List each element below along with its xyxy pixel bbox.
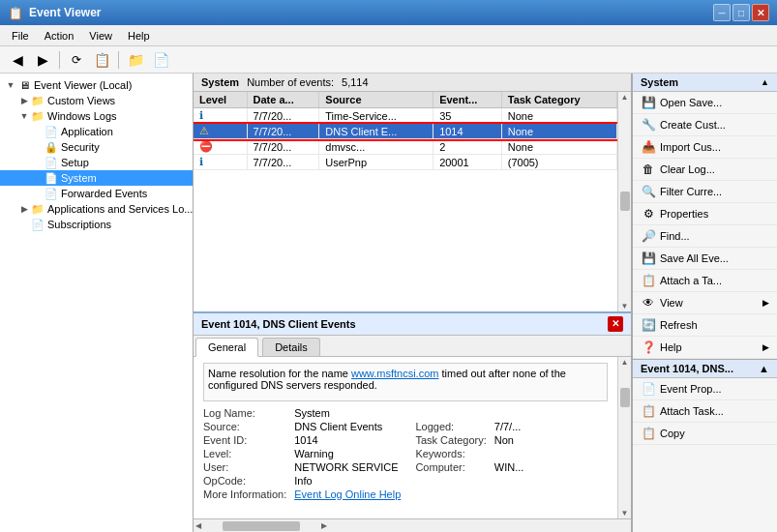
help-arrow: ▶: [762, 342, 769, 352]
tree-item-root[interactable]: ▼ 🖥 Event Viewer (Local): [0, 77, 193, 93]
action-view[interactable]: 👁 View ▶: [633, 292, 777, 314]
actions-section-title-system: System ▲: [633, 74, 777, 92]
menu-bar: File Action View Help: [0, 25, 777, 46]
toolbar-separator-2: [118, 51, 119, 69]
action-open-save[interactable]: 💾 Open Save...: [633, 92, 777, 114]
table-scrollbar[interactable]: ▲ ▼: [617, 92, 631, 311]
close-button[interactable]: ✕: [752, 4, 769, 21]
expand-application: [31, 125, 45, 138]
table-row-selected[interactable]: ⚠ 7/7/20... DNS Client E... 1014 None: [194, 124, 617, 139]
tree-item-security[interactable]: 🔒 Security: [0, 139, 193, 155]
label-level: Level:: [203, 448, 286, 459]
action-refresh-label: Refresh: [660, 319, 698, 331]
tab-general[interactable]: General: [195, 338, 258, 357]
action-find[interactable]: 🔎 Find...: [633, 225, 777, 248]
row-category-3: (7005): [501, 155, 616, 170]
bottom-scroll-thumb: [223, 521, 300, 531]
table-row[interactable]: ⛔ 7/7/20... dmvsc... 2 None: [194, 139, 617, 155]
menu-help[interactable]: Help: [120, 28, 158, 44]
tree-item-appsvc[interactable]: ▶ 📁 Applications and Services Lo...: [0, 201, 193, 217]
row-date-1: 7/7/20...: [247, 124, 319, 139]
col-category[interactable]: Task Category: [501, 92, 616, 108]
label-root: Event Viewer (Local): [34, 79, 132, 91]
action-properties-label: Properties: [660, 208, 708, 220]
col-date[interactable]: Date a...: [247, 92, 319, 108]
row-level-1: ⚠: [194, 124, 247, 139]
action-attach-label: Attach a Ta...: [660, 275, 722, 286]
action-create-label: Create Cust...: [660, 119, 726, 131]
title-bar: 📋 Event Viewer ─ □ ✕: [0, 0, 777, 25]
menu-action[interactable]: Action: [37, 28, 82, 44]
menu-file[interactable]: File: [4, 28, 37, 44]
properties-button[interactable]: 📋: [90, 49, 113, 71]
col-event[interactable]: Event...: [433, 92, 502, 108]
value-keywords: [494, 448, 608, 459]
action-create-custom[interactable]: 🔧 Create Cust...: [633, 114, 777, 136]
label-user: User:: [203, 461, 286, 473]
action-open-save-label: Open Save...: [660, 97, 722, 108]
action-attach-task[interactable]: 📋 Attach a Ta...: [633, 270, 777, 292]
table-scroll[interactable]: Level Date a... Source Event... Task Cat…: [194, 92, 617, 311]
expand-appsvc: ▶: [17, 202, 31, 216]
tree-item-windows-logs[interactable]: ▼ 📁 Windows Logs: [0, 108, 193, 124]
label-system: System: [61, 172, 97, 184]
action-attach-task2[interactable]: 📋 Attach Task...: [633, 400, 777, 423]
value-empty-2: [494, 475, 608, 487]
refresh-button[interactable]: ⟳: [65, 49, 88, 71]
label-setup: Setup: [61, 157, 89, 168]
menu-view[interactable]: View: [81, 28, 120, 44]
action-save-all[interactable]: 💾 Save All Eve...: [633, 248, 777, 270]
row-event-1: 1014: [433, 124, 502, 139]
action-clear-log[interactable]: 🗑 Clear Log...: [633, 159, 777, 181]
col-source[interactable]: Source: [319, 92, 433, 108]
action-import-custom[interactable]: 📥 Import Cus...: [633, 136, 777, 159]
panel-title: System: [201, 76, 239, 88]
value-opcode: Info: [294, 475, 407, 487]
action-event-prop[interactable]: 📄 Event Prop...: [633, 378, 777, 400]
toolbar-separator-1: [59, 51, 60, 69]
detail-link[interactable]: www.msftncsi.com: [351, 368, 438, 379]
detail-bottom-scrollbar[interactable]: ◀ ▶: [194, 518, 631, 532]
import-icon: 📥: [641, 139, 656, 155]
action-copy[interactable]: 📋 Copy: [633, 423, 777, 445]
action-refresh[interactable]: 🔄 Refresh: [633, 314, 777, 337]
row-level-2: ⛔: [194, 139, 247, 155]
row-category-2: None: [501, 139, 616, 155]
value-source: DNS Client Events: [294, 421, 407, 432]
detail-scrollbar[interactable]: ▲ ▼: [617, 357, 631, 519]
detail-tabs: General Details: [194, 336, 631, 357]
icon-forwarded: 📄: [45, 187, 58, 200]
action-filter[interactable]: 🔍 Filter Curre...: [633, 181, 777, 203]
window-controls: ─ □ ✕: [713, 4, 769, 21]
tree-item-custom-views[interactable]: ▶ 📁 Custom Views: [0, 93, 193, 108]
tab-details[interactable]: Details: [262, 338, 320, 356]
col-level[interactable]: Level: [194, 92, 247, 108]
section1-arrow: ▲: [761, 77, 769, 87]
tree-item-setup[interactable]: 📄 Setup: [0, 155, 193, 170]
open-save-icon: 💾: [641, 95, 656, 110]
refresh-icon: 🔄: [641, 317, 656, 333]
icon-custom: 📁: [31, 94, 45, 107]
back-button[interactable]: ◀: [6, 49, 29, 71]
action-help[interactable]: ❓ Help ▶: [633, 337, 777, 359]
tree-item-forwarded[interactable]: 📄 Forwarded Events: [0, 186, 193, 201]
value-log-name: System: [294, 407, 407, 419]
export-button[interactable]: 📄: [149, 49, 172, 71]
table-row[interactable]: ℹ 7/7/20... UserPnp 20001 (7005): [194, 155, 617, 170]
action-properties[interactable]: ⚙ Properties: [633, 203, 777, 225]
expand-subscriptions: [17, 218, 31, 231]
minimize-button[interactable]: ─: [713, 4, 731, 21]
tree-item-system[interactable]: 📄 System: [0, 170, 193, 186]
detail-close-button[interactable]: ✕: [608, 316, 623, 332]
table-row[interactable]: ℹ 7/7/20... Time-Service... 35 None: [194, 108, 617, 124]
properties-icon: ⚙: [641, 206, 656, 222]
more-info-link[interactable]: Event Log Online Help: [294, 488, 407, 500]
tree-item-subscriptions[interactable]: 📄 Subscriptions: [0, 217, 193, 232]
forward-button[interactable]: ▶: [31, 49, 54, 71]
maximize-button[interactable]: □: [732, 4, 750, 21]
label-security: Security: [61, 141, 100, 153]
actions-title-label: System: [641, 76, 678, 88]
tree-item-application[interactable]: 📄 Application: [0, 124, 193, 139]
help-button[interactable]: 📁: [124, 49, 147, 71]
actions-section-title-event: Event 1014, DNS... ▲: [633, 359, 777, 378]
